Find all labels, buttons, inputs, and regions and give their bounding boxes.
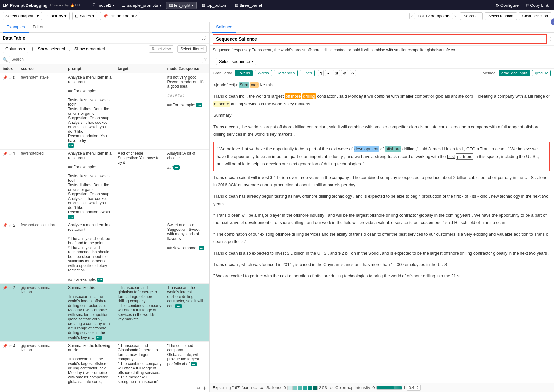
left-right-chevron: ▾ — [192, 3, 194, 8]
star-row-icon[interactable]: ☆ — [8, 286, 12, 290]
columns-chevron: ▾ — [23, 46, 25, 51]
response-more-btn[interactable]: ••• — [196, 103, 202, 107]
pin-row-icon[interactable]: 📌 — [3, 344, 7, 348]
configure-button[interactable]: ⚙ Configure — [493, 2, 521, 9]
pin-row-icon[interactable]: 📌 — [3, 75, 7, 80]
grad-dot-input-button[interactable]: grad_dot_input — [499, 70, 530, 76]
three-panel-icon: ▦ — [234, 3, 238, 8]
response-more-btn[interactable]: ••• — [175, 304, 182, 308]
model2-nav[interactable]: 🗄 model2 ▾ — [89, 2, 117, 9]
tab-examples[interactable]: Examples — [3, 22, 29, 33]
second-bar: Select datapoint ▾ Color by ▾ ⊟ Slices ▾… — [0, 10, 554, 22]
salience-label: Salience 0 — [266, 385, 286, 390]
table-row[interactable]: 📌 ☆ 0 fewshot-mistake Analyze a menu ite… — [0, 73, 209, 150]
select-all-button[interactable]: Select all — [460, 12, 483, 20]
expand-right-icon[interactable]: ⛶ — [547, 37, 551, 42]
expand-icon[interactable]: ⛶ — [201, 34, 207, 41]
para-1: Trans o cean inc ., the world 's largest… — [213, 93, 550, 108]
sum-token: Sum — [239, 82, 249, 88]
sample-prompts-nav[interactable]: ☰ sample_prompts ▾ — [119, 2, 164, 9]
select-filtered-button[interactable]: Select filtered — [177, 45, 207, 53]
color-by-button[interactable]: Color by ▾ — [45, 12, 69, 20]
tokens-button[interactable]: Tokens — [235, 70, 253, 76]
show-generated-checkbox[interactable] — [69, 47, 73, 51]
top-bottom-nav[interactable]: ▦ top_bottom — [199, 2, 230, 9]
table-row[interactable]: 📌 ☆ 3 gigaword-summar ization Summarize … — [0, 284, 209, 342]
prompt-more-btn[interactable]: ••• — [68, 143, 74, 148]
cell-prompt: Analyze a menu item in a restaurant.## F… — [65, 73, 115, 150]
cell-index: 📌 ☆ 1 — [0, 150, 18, 221]
table-row[interactable]: 📌 ☆ 2 fewshot-constitution Analyze a men… — [0, 221, 209, 284]
copy-link-button[interactable]: ⎘ Copy Link — [524, 2, 551, 9]
sentences-button[interactable]: Sentences — [274, 70, 298, 76]
circle-icon-btn[interactable]: ● — [325, 70, 331, 76]
select-sequence-button[interactable]: Select sequence ▾ — [216, 58, 256, 65]
prompt-more-btn[interactable]: ••• — [68, 215, 74, 219]
left-tabs-bar: Examples Editor — [0, 22, 209, 33]
pin-datapoint-button[interactable]: 📌 Pin datapoint 3 — [100, 12, 140, 20]
grad-l2-button[interactable]: grad_l2 — [532, 70, 551, 76]
gran-controls: ¶ ● ⊞ ⊕ A — [318, 70, 356, 76]
star-row-icon[interactable]: ☆ — [8, 75, 12, 80]
sample-prompts-label: sample_prompts — [127, 3, 158, 8]
col-index: index — [0, 64, 18, 73]
clear-selection-button[interactable]: Clear selection — [519, 12, 551, 20]
table-row[interactable]: 📌 ☆ 1 fewshot-fixed Analyze a menu item … — [0, 150, 209, 221]
cell-index: 📌 ☆ 2 — [0, 221, 18, 284]
select-random-button[interactable]: Select random — [485, 12, 517, 20]
help-icon[interactable]: ? — [204, 57, 207, 62]
cell-target: * Transocean and Globalsantafe merge to … — [115, 342, 164, 384]
para-10: Trans o cean , which was founded in 2011… — [213, 261, 550, 268]
table-row[interactable]: 📌 ☆ 4 gigaword-summar ization Summarize … — [0, 342, 209, 384]
offshore-token-2: offshore — [213, 101, 230, 107]
pin-icon: 📌 — [103, 14, 108, 18]
response-more-btn[interactable]: ••• — [173, 165, 180, 170]
cell-prompt: Summarize the following article.Transoce… — [65, 342, 115, 384]
method-label: Method: — [483, 71, 497, 75]
prompt-more-btn[interactable]: ••• — [96, 336, 102, 340]
intensity-spinner[interactable]: ⇕ — [416, 385, 419, 390]
pin-row-icon[interactable]: 📌 — [3, 152, 7, 156]
copy-icon[interactable]: ⧉ — [197, 385, 200, 391]
download-icon[interactable]: ⬇ — [203, 386, 207, 391]
star-row-icon[interactable]: ☆ — [8, 344, 12, 348]
slices-button[interactable]: ⊟ Slices ▾ — [72, 12, 98, 20]
show-selected-checkbox[interactable] — [32, 47, 36, 51]
grid-icon-btn[interactable]: ⊞ — [333, 70, 340, 76]
text-icon-btn[interactable]: A — [350, 70, 356, 76]
offshore-token-3: offshore — [385, 146, 401, 152]
para-5: Trans o cean said it will invest $ 1 bil… — [213, 174, 550, 189]
datapoint-nav: ‹ 1 of 12 datapoints › Select all Select… — [409, 12, 552, 20]
right-arrow[interactable]: › — [452, 13, 458, 19]
reset-view-button[interactable]: Reset view — [149, 45, 174, 53]
select-sequence-area: Select sequence ▾ — [210, 54, 554, 69]
left-panel: Examples Editor Data Table ⛶ Columns ▾ S… — [0, 22, 210, 392]
font-size-icon-btn[interactable]: ¶ — [318, 70, 324, 76]
response-more-btn[interactable]: ••• — [199, 246, 205, 250]
columns-button[interactable]: Columns ▾ — [3, 45, 28, 53]
three-panel-nav[interactable]: ▦ three_panel — [232, 2, 264, 9]
left-arrow[interactable]: ‹ — [409, 13, 415, 19]
left-right-nav[interactable]: ▦ left_right ▾ — [166, 2, 197, 9]
cell-source: fewshot-fixed — [18, 150, 65, 221]
search-input[interactable] — [9, 56, 203, 63]
pin-row-icon[interactable]: 📌 — [3, 286, 7, 290]
show-selected-label[interactable]: Show selected — [32, 46, 65, 51]
app-title: LM Prompt Debugging — [3, 3, 47, 8]
show-generated-label[interactable]: Show generated — [69, 46, 105, 51]
select-datapoint-button[interactable]: Select datapoint ▾ — [3, 12, 42, 20]
tab-salience[interactable]: Salience — [212, 22, 236, 33]
star-row-icon[interactable]: ☆ — [8, 223, 12, 228]
pin-row-icon[interactable]: 📌 — [3, 223, 7, 228]
words-button[interactable]: Words — [255, 70, 272, 76]
model2-label: model2 — [97, 3, 111, 8]
response-more-btn[interactable]: ••• — [191, 362, 197, 366]
lines-button[interactable]: Lines — [300, 70, 315, 76]
table-body: 📌 ☆ 0 fewshot-mistake Analyze a menu ite… — [0, 73, 209, 384]
star-row-icon[interactable]: ☆ — [8, 152, 12, 156]
tab-editor[interactable]: Editor — [29, 22, 47, 33]
partners-token: partners — [456, 153, 473, 160]
link-icon: ⎘ — [526, 3, 529, 8]
prompt-more-btn[interactable]: ••• — [97, 278, 103, 282]
plus-icon-btn[interactable]: ⊕ — [341, 70, 348, 76]
